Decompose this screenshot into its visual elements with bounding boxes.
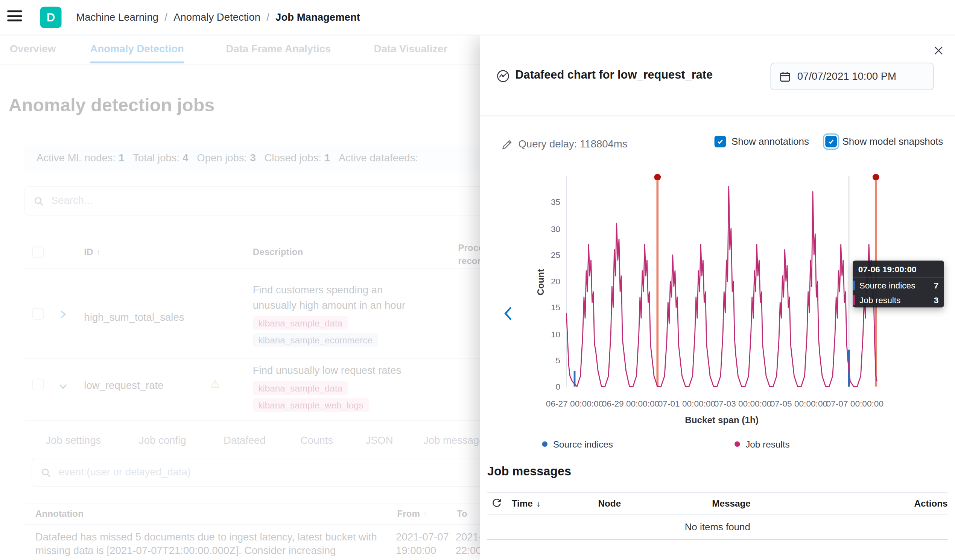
logo-letter: D [47,11,55,24]
breadcrumb-separator: / [260,11,276,23]
job-messages-heading: Job messages [487,465,571,479]
refresh-icon[interactable] [490,497,503,511]
x-axis-title: Bucket span (1h) [566,415,877,425]
breadcrumb-anomaly-detection[interactable]: Anomaly Detection [174,11,260,23]
messages-col-actions: Actions [914,493,948,514]
show-model-snapshots-label: Show model snapshots [842,136,943,147]
show-model-snapshots-checkbox[interactable]: Show model snapshots [825,136,943,147]
messages-col-time[interactable]: Time↓ [512,493,541,514]
chevron-left-icon[interactable] [501,305,517,324]
query-delay: Query delay: 118804ms [502,138,628,150]
flyout-title: Datafeed chart for low_request_rate [515,68,713,81]
divider [480,116,955,117]
show-annotations-label: Show annotations [731,136,809,147]
calendar-icon [780,71,791,82]
datafeed-chart-flyout: Datafeed chart for low_request_rate 07/0… [480,34,955,560]
app-logo[interactable]: D [40,7,62,28]
messages-col-node: Node [598,493,621,514]
messages-table-header: Time↓ Node Message Actions [487,492,948,514]
show-annotations-checkbox[interactable]: Show annotations [715,136,809,147]
tooltip-row: Source indices 7 [853,278,944,293]
tooltip-title: 07-06 19:00:00 [853,261,944,278]
close-icon[interactable] [929,42,948,61]
chart-tooltip: 07-06 19:00:00 Source indices 7 Job resu… [853,261,944,308]
top-bar: D Machine Learning / Anomaly Detection /… [0,0,955,35]
breadcrumb: Machine Learning / Anomaly Detection / J… [76,0,360,34]
tooltip-row: Job results 3 [853,293,944,308]
tooltip-color-source-indices [853,280,855,290]
legend-item-job-results[interactable]: Job results [734,439,790,449]
legend-dot-job-results [734,441,740,447]
date-picker-value: 07/07/2021 10:00 PM [797,70,896,82]
legend-item-source-indices[interactable]: Source indices [542,439,613,449]
breadcrumb-separator: / [158,11,174,23]
datafeed-chart-plot[interactable] [566,176,877,386]
datafeed-chart-icon [496,69,510,83]
tooltip-color-job-results [853,295,855,305]
date-picker[interactable]: 07/07/2021 10:00 PM [770,63,934,90]
menu-icon[interactable] [7,11,23,24]
messages-empty-row: No items found [487,515,948,540]
legend-dot-source-indices [542,441,548,447]
checkbox-checked-icon [715,136,726,147]
app-root: D Machine Learning / Anomaly Detection /… [0,0,955,560]
messages-col-message: Message [712,493,751,514]
edit-icon[interactable] [502,139,512,150]
sort-descending-icon: ↓ [537,499,541,508]
query-delay-value: Query delay: 118804ms [518,138,627,150]
breadcrumb-job-management: Job Management [276,11,360,23]
breadcrumb-machine-learning[interactable]: Machine Learning [76,11,158,23]
y-axis-title: Count [535,261,546,303]
checkbox-checked-icon [825,136,837,147]
